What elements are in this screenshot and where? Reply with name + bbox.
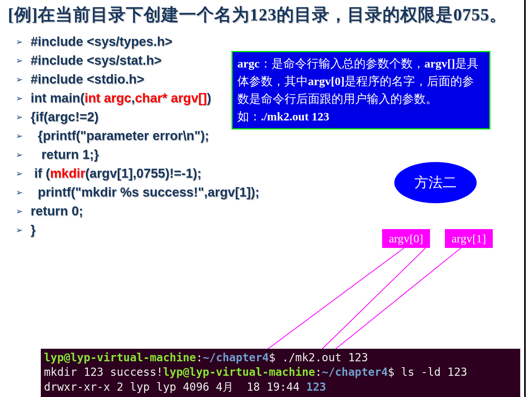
argv1-label-box: argv[1] (445, 229, 493, 248)
method-badge-label: 方法二 (414, 173, 457, 192)
bullet-icon: ➢ (16, 93, 24, 104)
code-text: #include <sys/types.h> (31, 34, 172, 49)
code-text: {printf("parameter error\n"); (31, 128, 209, 143)
argv0-label-box: argv[0] (382, 229, 430, 248)
code-text: if (mkdir(argv[1],0755)!=-1); (31, 166, 202, 181)
slide-title: [例]在当前目录下创建一个名为123的目录，目录的权限是0755。 (0, 0, 524, 26)
bullet-icon: ➢ (16, 225, 24, 235)
code-text: int main(int argc,char* argv[]) (31, 91, 211, 106)
code-line: ➢ {printf("parameter error\n"); (16, 128, 524, 143)
svg-line-0 (257, 248, 404, 357)
code-text: {if(argc!=2) (31, 109, 98, 124)
code-text: return 1;} (31, 147, 99, 162)
bullet-icon: ➢ (16, 206, 24, 217)
bullet-icon: ➢ (16, 56, 24, 66)
svg-line-1 (314, 248, 426, 357)
bullet-icon: ➢ (16, 75, 24, 85)
bullet-icon: ➢ (16, 188, 24, 198)
bullet-icon: ➢ (16, 37, 24, 47)
code-text: } (31, 222, 36, 237)
terminal-output: lyp@lyp-virtual-machine:~/chapter4$ ./mk… (41, 349, 520, 397)
slide-body: [例]在当前目录下创建一个名为123的目录，目录的权限是0755。 ➢#incl… (0, 0, 526, 397)
code-text: printf("mkdir %s success!",argv[1]); (31, 185, 259, 200)
info-callout: argc：是命令行输入总的参数个数，argv[]是具体参数，其中argv[0]是… (231, 51, 490, 129)
code-text: #include <sys/stat.h> (31, 53, 162, 68)
method-badge: 方法二 (394, 162, 477, 203)
bullet-icon: ➢ (16, 150, 24, 160)
svg-line-2 (326, 248, 461, 357)
bullet-icon: ➢ (16, 169, 24, 179)
bullet-icon: ➢ (16, 112, 24, 122)
code-line: ➢return 0; (16, 204, 524, 219)
bullet-icon: ➢ (16, 131, 24, 141)
code-line: ➢ return 1;} (16, 147, 524, 162)
code-text: return 0; (31, 204, 83, 219)
code-line: ➢#include <sys/types.h> (16, 34, 524, 49)
code-text: #include <stdio.h> (31, 72, 144, 87)
